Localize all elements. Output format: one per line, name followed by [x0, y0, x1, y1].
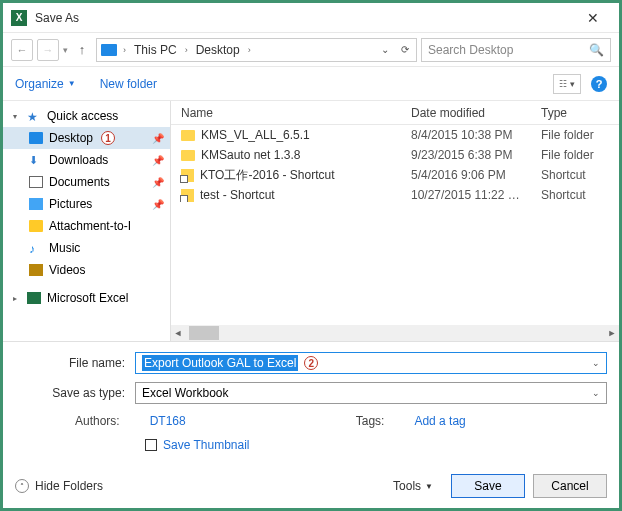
tags-value[interactable]: Add a tag	[414, 414, 465, 428]
view-options-button[interactable]: ☷ ▾	[553, 74, 581, 94]
pin-icon: 📌	[152, 133, 164, 144]
search-icon: 🔍	[589, 43, 604, 57]
nav-forward-button[interactable]: →	[37, 39, 59, 61]
search-placeholder: Search Desktop	[428, 43, 513, 57]
search-input[interactable]: Search Desktop 🔍	[421, 38, 611, 62]
list-item[interactable]: KTO工作-2016 - Shortcut 5/4/2016 9:06 PM S…	[171, 165, 619, 185]
tree-item-documents[interactable]: Documents 📌	[3, 171, 170, 193]
chevron-right-icon[interactable]: ›	[246, 45, 253, 55]
list-item[interactable]: KMS_VL_ALL_6.5.1 8/4/2015 10:38 PM File …	[171, 125, 619, 145]
save-button[interactable]: Save	[451, 474, 525, 498]
list-header: Name Date modified Type	[171, 101, 619, 125]
filename-input[interactable]: Export Outlook GAL to Excel 2 ⌄	[135, 352, 607, 374]
address-dropdown[interactable]: ⌄	[376, 41, 394, 59]
list-item[interactable]: test - Shortcut 10/27/2015 11:22 … Short…	[171, 185, 619, 205]
chevron-right-icon[interactable]: ›	[121, 45, 128, 55]
chevron-down-icon[interactable]: ⌄	[592, 358, 600, 368]
pin-icon: 📌	[152, 155, 164, 166]
pin-icon: 📌	[152, 177, 164, 188]
callout-1: 1	[101, 131, 115, 145]
column-name[interactable]: Name	[171, 106, 411, 120]
tree-item-music[interactable]: ♪Music	[3, 237, 170, 259]
callout-2: 2	[304, 356, 318, 370]
pc-icon	[101, 44, 117, 56]
chevron-right-icon[interactable]: ›	[183, 45, 190, 55]
refresh-button[interactable]: ⟳	[396, 41, 414, 59]
tree-quick-access[interactable]: ▾★ Quick access	[3, 105, 170, 127]
tree-item-downloads[interactable]: ⬇Downloads 📌	[3, 149, 170, 171]
excel-icon: X	[11, 10, 27, 26]
pin-icon: 📌	[152, 199, 164, 210]
horizontal-scrollbar[interactable]: ◄►	[171, 325, 619, 341]
address-bar[interactable]: › This PC › Desktop › ⌄ ⟳	[96, 38, 417, 62]
savetype-select[interactable]: Excel Workbook ⌄	[135, 382, 607, 404]
authors-label: Authors:	[75, 414, 120, 428]
hide-folders-button[interactable]: ˄ Hide Folders	[15, 479, 103, 493]
folder-icon	[181, 150, 195, 161]
tools-menu[interactable]: Tools▼	[393, 479, 433, 493]
folder-icon	[181, 130, 195, 141]
column-date[interactable]: Date modified	[411, 106, 541, 120]
chevron-up-icon: ˄	[15, 479, 29, 493]
tree-item-attachment[interactable]: Attachment-to-I	[3, 215, 170, 237]
savetype-label: Save as type:	[15, 386, 135, 400]
close-button[interactable]: ✕	[573, 6, 613, 30]
save-thumbnail-label: Save Thumbnail	[163, 438, 250, 452]
shortcut-icon	[181, 189, 194, 202]
cancel-button[interactable]: Cancel	[533, 474, 607, 498]
save-thumbnail-checkbox[interactable]	[145, 439, 157, 451]
nav-back-button[interactable]: ←	[11, 39, 33, 61]
navigation-tree: ▾★ Quick access Desktop 1 📌 ⬇Downloads 📌…	[3, 101, 171, 341]
list-item[interactable]: KMSauto net 1.3.8 9/23/2015 6:38 PM File…	[171, 145, 619, 165]
nav-up-button[interactable]: ↑	[72, 40, 92, 60]
authors-value[interactable]: DT168	[150, 414, 186, 428]
file-list: KMS_VL_ALL_6.5.1 8/4/2015 10:38 PM File …	[171, 125, 619, 325]
tags-label: Tags:	[356, 414, 385, 428]
tree-ms-excel[interactable]: ▸ Microsoft Excel	[3, 287, 170, 309]
tree-item-videos[interactable]: Videos	[3, 259, 170, 281]
nav-recent-dropdown[interactable]: ▾	[63, 45, 68, 55]
chevron-down-icon[interactable]: ⌄	[592, 388, 600, 398]
column-type[interactable]: Type	[541, 106, 619, 120]
dialog-title: Save As	[35, 11, 573, 25]
shortcut-icon	[181, 169, 194, 182]
organize-menu[interactable]: Organize▼	[15, 77, 76, 91]
breadcrumb-current[interactable]: Desktop	[192, 41, 244, 59]
breadcrumb-root[interactable]: This PC	[130, 41, 181, 59]
filename-label: File name:	[15, 356, 135, 370]
tree-item-desktop[interactable]: Desktop 1 📌	[3, 127, 170, 149]
help-button[interactable]: ?	[591, 76, 607, 92]
new-folder-button[interactable]: New folder	[100, 77, 157, 91]
tree-item-pictures[interactable]: Pictures 📌	[3, 193, 170, 215]
